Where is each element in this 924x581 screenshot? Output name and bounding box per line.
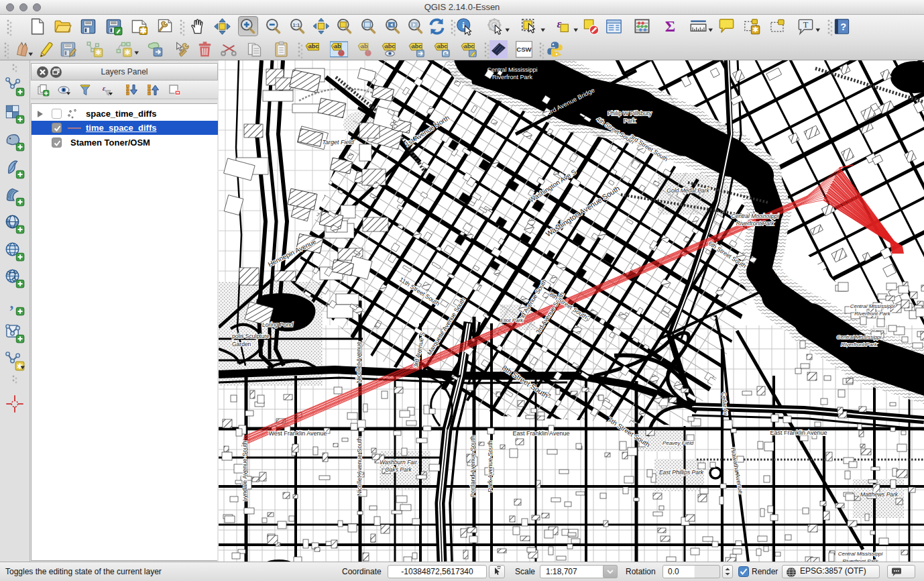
svg-text:✱: ✱ bbox=[95, 48, 101, 56]
svg-text:Riverfront Park: Riverfront Park bbox=[854, 311, 890, 317]
svg-text:Central Mississippi: Central Mississippi bbox=[850, 303, 895, 309]
svg-text:abc: abc bbox=[464, 43, 475, 50]
svg-text:✱: ✱ bbox=[140, 26, 147, 36]
svg-text:Mississippi: Mississippi bbox=[775, 268, 805, 275]
svg-text:CSW: CSW bbox=[516, 46, 531, 53]
svg-text:East Franklin Avenue: East Franklin Avenue bbox=[513, 430, 570, 437]
svg-text:i: i bbox=[462, 20, 465, 30]
svg-text:Park Avenue South: Park Avenue South bbox=[487, 441, 494, 492]
svg-text:Nicollet Avenue South: Nicollet Avenue South bbox=[356, 437, 363, 496]
svg-text:Oaks Park: Oaks Park bbox=[385, 466, 412, 473]
svg-text:✱: ✱ bbox=[124, 48, 130, 56]
svg-text:Loring Pond: Loring Pond bbox=[262, 321, 293, 328]
svg-text:T: T bbox=[803, 20, 809, 30]
svg-text:abc: abc bbox=[385, 43, 396, 50]
svg-text:Nicollet Avenue: Nicollet Avenue bbox=[355, 341, 362, 383]
svg-text:Target Field: Target Field bbox=[322, 139, 354, 146]
svg-text:ab: ab bbox=[361, 43, 368, 50]
svg-text:Park: Park bbox=[624, 117, 636, 124]
svg-text:✱: ✱ bbox=[752, 25, 758, 34]
svg-text:Central Mississippi: Central Mississippi bbox=[732, 213, 780, 219]
svg-text:Central Mississippi: Central Mississippi bbox=[838, 551, 883, 557]
svg-text:Central Mississippi: Central Mississippi bbox=[837, 334, 882, 340]
svg-text:Matthews Park: Matthews Park bbox=[860, 491, 899, 498]
svg-text:West Franklin Avenue: West Franklin Avenue bbox=[268, 430, 327, 437]
svg-text:abc: abc bbox=[412, 43, 422, 50]
svg-text:Peavey Field: Peavey Field bbox=[662, 440, 694, 446]
svg-text:Riverfront Park: Riverfront Park bbox=[492, 74, 533, 81]
svg-text:Gold Medal Park: Gold Medal Park bbox=[667, 187, 709, 194]
svg-text:East Phillips Park: East Phillips Park bbox=[659, 469, 704, 476]
svg-text:1:1: 1:1 bbox=[293, 22, 300, 28]
svg-text:,: , bbox=[10, 296, 14, 311]
svg-text:Σ: Σ bbox=[665, 17, 675, 35]
svg-text:Riverfront Park: Riverfront Park bbox=[736, 220, 774, 227]
svg-text:abc: abc bbox=[437, 43, 448, 50]
svg-text:Eliot Park: Eliot Park bbox=[500, 317, 524, 323]
svg-text:River: River bbox=[783, 276, 797, 283]
svg-text:abc: abc bbox=[308, 43, 319, 50]
svg-text:Washburn Fair: Washburn Fair bbox=[380, 459, 418, 466]
svg-text:Philip W Pillsbury: Philip W Pillsbury bbox=[608, 110, 652, 117]
svg-text:East Franklin Avenue: East Franklin Avenue bbox=[770, 429, 827, 436]
svg-text:Portland Avenue South: Portland Avenue South bbox=[469, 435, 476, 497]
svg-text:ab: ab bbox=[334, 43, 341, 50]
svg-text:Central Mississippi: Central Mississippi bbox=[487, 66, 537, 73]
svg-text:polis Sculpture: polis Sculpture bbox=[232, 333, 270, 339]
svg-text:?: ? bbox=[840, 21, 846, 32]
svg-text:Lyndale Avenue-South: Lyndale Avenue-South bbox=[241, 441, 248, 501]
svg-text:Garden: Garden bbox=[232, 341, 251, 348]
svg-text:Riverfront Park: Riverfront Park bbox=[841, 341, 877, 348]
